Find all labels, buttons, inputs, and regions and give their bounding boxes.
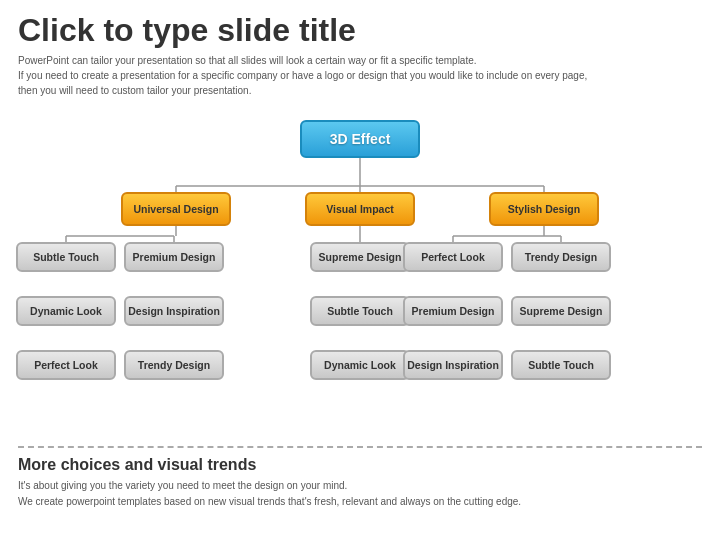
l4-3: Premium Design [403, 296, 503, 326]
l2-visual: Visual Impact [305, 192, 415, 226]
footer-divider [18, 446, 702, 448]
footer-text: It's about giving you the variety you ne… [18, 478, 702, 510]
l2-stylish: Stylish Design [489, 192, 599, 226]
slide-title[interactable]: Click to type slide title [0, 0, 720, 51]
l4-0: Dynamic Look [16, 296, 116, 326]
l5-4: Subtle Touch [511, 350, 611, 380]
top-box: 3D Effect [300, 120, 420, 158]
l3-4: Trendy Design [511, 242, 611, 272]
footer-title: More choices and visual trends [18, 456, 702, 474]
l3-0: Subtle Touch [16, 242, 116, 272]
l5-2: Dynamic Look [310, 350, 410, 380]
l4-1: Design Inspiration [124, 296, 224, 326]
l4-4: Supreme Design [511, 296, 611, 326]
l2-universal: Universal Design [121, 192, 231, 226]
l5-3: Design Inspiration [403, 350, 503, 380]
l3-3: Perfect Look [403, 242, 503, 272]
l5-0: Perfect Look [16, 350, 116, 380]
l3-1: Premium Design [124, 242, 224, 272]
slide-subtitle: PowerPoint can tailor your presentation … [0, 51, 720, 98]
footer: More choices and visual trends It's abou… [18, 446, 702, 510]
l4-2: Subtle Touch [310, 296, 410, 326]
org-chart: 3D Effect Universal Design Visual Impact… [0, 106, 720, 426]
l5-1: Trendy Design [124, 350, 224, 380]
l3-2: Supreme Design [310, 242, 410, 272]
